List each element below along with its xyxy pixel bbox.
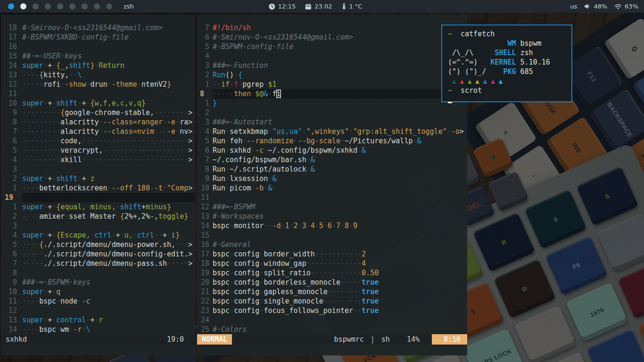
code-line: 5#·BSPWM·config·file: [197, 42, 467, 51]
fetch-row: WMbspwm: [448, 39, 571, 48]
line-number: 3: [197, 61, 209, 70]
terminal-window-bspwmrc[interactable]: 7#!/bin/sh6#·Smirnov-O·<ss2316544@gmail.…: [197, 15, 467, 355]
cat-ascii-art: /\_/\: [448, 48, 490, 58]
workspace-dot-1[interactable]: [8, 3, 14, 9]
code-line: 8: [1, 268, 195, 278]
code-line: 13#·Workspaces: [197, 212, 467, 221]
volume-module: 48%: [584, 3, 607, 10]
code-line: 23bspc·config·focus_follows_pointer··tru…: [197, 306, 467, 315]
code-line: 14bspc·monitor··-d·1·2·3·4·5·6·7·8·9: [197, 221, 467, 230]
line-number: 6: [197, 146, 209, 155]
code-line: 2Run()·{: [197, 70, 467, 80]
terminal-window-sxhkd[interactable]: 18#·Smirnov-O·<ss2316544@gmail.com>17#·B…: [1, 15, 195, 355]
code-line: 14····bspc·wm·-r·\: [1, 325, 195, 334]
line-number: 21: [197, 287, 209, 296]
code-line: 12###═·BSPWM: [197, 202, 467, 212]
code-line: 6·········code,·························…: [1, 136, 195, 146]
line-number: 6: [1, 136, 17, 146]
color-flag-triangle: ▲: [483, 76, 487, 86]
fetch-label: WM: [490, 39, 516, 48]
color-flag-triangle: ▲: [491, 76, 495, 86]
code-line: 10Run·picom·-b·&: [197, 183, 467, 193]
statusline-scroll-percent: 14%: [407, 335, 420, 344]
line-number: 3: [1, 221, 17, 230]
temperature-module: 1 °C: [341, 3, 362, 10]
code-line: 22bspc·config·single_monocle·········tru…: [197, 296, 467, 306]
workspace-dot-9[interactable]: [106, 3, 112, 9]
temperature-value: 1 °C: [349, 3, 362, 10]
workspace-dot-3[interactable]: [33, 3, 39, 9]
workspace-dot-4[interactable]: [45, 3, 51, 9]
cat-ascii-art: (=^.^=): [448, 58, 490, 67]
shell-prompt-line: ~ scrot: [448, 86, 571, 95]
line-number: 19: [197, 268, 209, 278]
shell-prompt-line: ~ catfetch: [448, 29, 571, 39]
desktop: ~12QCapsLockShiftF12BACKSPACEPRINTPAUSEI…: [0, 0, 644, 362]
current-code-line: 8·····then·$@&·fi: [197, 89, 467, 99]
line-number: 8: [1, 117, 17, 127]
date-module: 23.02: [305, 3, 332, 10]
prompt-symbol: ~: [448, 86, 452, 95]
line-number: 24: [197, 315, 209, 325]
line-number: 5: [197, 136, 209, 146]
wifi-value: 63%: [625, 3, 638, 10]
line-number: 16: [1, 42, 17, 51]
code-line: 5····{./.script/dmenu/dmenu-power.sh,···…: [1, 240, 195, 249]
line-number: 17: [1, 33, 17, 42]
line-number: 13: [1, 315, 17, 325]
code-line: 4·········xkill·························…: [1, 155, 195, 165]
workspace-dot-5[interactable]: [57, 3, 63, 9]
code-line: 3: [1, 165, 195, 174]
statusline-position: 19:0: [167, 335, 184, 344]
line-number: 15: [1, 51, 17, 61]
line-number: 10: [1, 99, 17, 108]
line-number: 4: [1, 155, 17, 165]
fetch-row: /\_/\SHELLzsh: [448, 48, 571, 58]
line-number: 5: [197, 42, 209, 51]
color-flag-triangle: ▲: [468, 76, 471, 86]
code-line: 12·····rofi·-show·drun·-theme·ntenV2}: [1, 80, 195, 89]
workspace-dot-6[interactable]: [69, 3, 75, 9]
line-number: 10: [1, 287, 17, 296]
fetch-value: zsh: [520, 48, 533, 58]
line-number: 4: [197, 127, 209, 136]
line-number: 3: [197, 117, 209, 127]
code-line: 16: [1, 42, 195, 51]
floating-terminal[interactable]: ~ catfetch WMbspwm /\_/\SHELLzsh(=^.^=)K…: [441, 25, 572, 102]
statusline-left: sxhkd 19:0: [1, 334, 195, 345]
cursor-line: [448, 95, 571, 105]
workspace-dot-8[interactable]: [94, 3, 100, 9]
fetch-row: (") (")_/PKG685: [448, 67, 571, 76]
volume-value: 48%: [594, 3, 607, 10]
line-number: 11: [197, 193, 209, 202]
code-line: 4super·+·{Escape,·ctrl·+·u,·ctrl··+·i}: [1, 230, 195, 240]
code-line: 18#·Smirnov-O·<ss2316544@gmail.com>: [1, 23, 195, 33]
code-line: 1}: [197, 99, 467, 108]
line-number: 7: [1, 259, 17, 268]
color-flag-triangle: ▲: [452, 76, 456, 86]
code-line: 13super·+·control·+·r: [1, 315, 195, 325]
code-line: 15: [197, 230, 467, 240]
date-value: 23.02: [314, 3, 332, 10]
workspace-dot-2[interactable]: [20, 3, 26, 9]
code-line: 25#·Colors: [197, 325, 467, 334]
line-number: 18: [197, 259, 209, 268]
editor-buffer-bspwmrc[interactable]: 7#!/bin/sh6#·Smirnov-O·<ss2316544@gmail.…: [197, 15, 467, 334]
editor-buffer-sxhkd[interactable]: 18#·Smirnov-O·<ss2316544@gmail.com>17#·B…: [1, 15, 195, 334]
command-line: [197, 345, 467, 355]
line-number: 9: [1, 278, 17, 287]
line-number: 4: [1, 230, 17, 240]
focused-window-title: zsh: [124, 3, 134, 10]
code-line: 17#·BSPWM/SXKBD·config·file: [1, 33, 195, 42]
code-line: 1super·+·{equal,·minus,·shift+minus}: [1, 202, 195, 212]
workspace-dot-7[interactable]: [82, 3, 88, 9]
current-code-line: 19: [1, 193, 195, 202]
code-line: 2: [197, 108, 467, 117]
line-number: 8: [197, 89, 209, 99]
line-number: 1: [1, 202, 17, 212]
command-catfetch: catfetch: [461, 29, 495, 39]
code-line: 9###·═·BSPWM·keys: [1, 278, 195, 287]
code-line: 13····{kitty,··\: [1, 70, 195, 80]
line-number: 1: [197, 99, 209, 108]
statusline-position-badge: 8:16: [432, 334, 467, 345]
